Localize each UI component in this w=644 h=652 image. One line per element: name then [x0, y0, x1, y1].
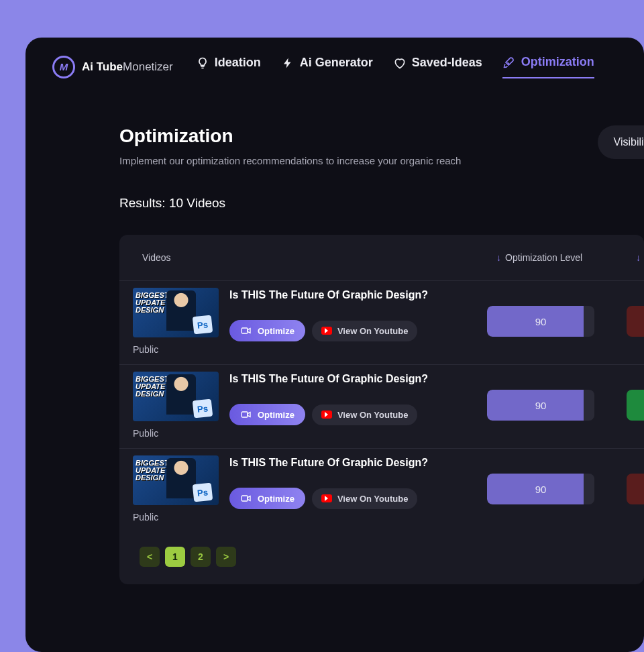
youtube-icon [321, 327, 332, 335]
page-1-button[interactable]: 1 [165, 547, 185, 567]
table-row: BIGGEST AIUPDATE FORDESIGN Ps Public Is … [119, 280, 644, 364]
brand-text: Ai TubeMonetizer [82, 60, 173, 74]
nav-optimization-label: Optimization [521, 55, 594, 69]
nav-saved-ideas-label: Saved-Ideas [412, 56, 482, 70]
thumb-wrap: BIGGEST AIUPDATE FORDESIGN Ps Public [133, 455, 219, 523]
video-actions: Optimize View On Youtube [229, 488, 428, 509]
brand-logo-icon: M [52, 56, 75, 78]
opt-level-cell: 90 [487, 306, 621, 337]
page-title: Optimization [119, 125, 461, 147]
video-actions: Optimize View On Youtube [229, 404, 428, 425]
video-visibility: Public [133, 512, 219, 523]
page-header: Optimization Implement our optimization … [119, 125, 644, 166]
video-body: Is THIS The Future Of Graphic Design? Op… [229, 372, 428, 425]
page-next-button[interactable]: > [216, 547, 236, 567]
results-count: Results: 10 Videos [119, 196, 644, 211]
video-camera-icon [240, 493, 252, 504]
page-header-text: Optimization Implement our optimization … [119, 125, 461, 166]
table-row: BIGGEST AIUPDATE FORDESIGN Ps Public Is … [119, 448, 644, 532]
video-thumbnail[interactable]: BIGGEST AIUPDATE FORDESIGN Ps [133, 455, 219, 505]
video-visibility: Public [133, 428, 219, 439]
svg-rect-1 [241, 412, 248, 417]
youtube-icon [321, 411, 332, 419]
brand: M Ai TubeMonetizer [52, 56, 173, 78]
opt-level-cell: 90 [487, 474, 621, 504]
opt-impact-cell [627, 390, 644, 421]
lightbulb-icon [196, 56, 209, 70]
rocket-icon [502, 56, 516, 69]
col-opt-impact-header[interactable]: ↓ Opt. Imp [636, 247, 644, 268]
video-title[interactable]: Is THIS The Future Of Graphic Design? [229, 457, 428, 469]
opt-impact-badge [627, 474, 644, 504]
opt-impact-badge [627, 306, 644, 337]
thumb-wrap: BIGGEST AIUPDATE FORDESIGN Ps Public [133, 288, 219, 355]
svg-rect-0 [241, 328, 248, 333]
view-youtube-button[interactable]: View On Youtube [312, 404, 417, 425]
page-subtitle: Implement our optimization recommendatio… [119, 155, 461, 166]
youtube-icon [321, 494, 332, 502]
opt-level-cell: 90 [487, 390, 621, 421]
visibility-filter[interactable]: Visibility (Al [598, 125, 645, 159]
video-thumbnail[interactable]: BIGGEST AIUPDATE FORDESIGN Ps [133, 288, 219, 337]
page-prev-button[interactable]: < [140, 547, 160, 567]
videos-table: Videos ↓ Optimization Level ↓ Opt. Imp B… [119, 235, 644, 584]
opt-level-value: 90 [487, 390, 594, 421]
video-thumbnail[interactable]: BIGGEST AIUPDATE FORDESIGN Ps [133, 372, 219, 421]
video-cell: BIGGEST AIUPDATE FORDESIGN Ps Public Is … [133, 288, 482, 355]
page-2-button[interactable]: 2 [191, 547, 211, 567]
content: Optimization Implement our optimization … [52, 78, 644, 584]
opt-level-value: 90 [487, 474, 594, 504]
col-opt-level-header[interactable]: ↓ Optimization Level [496, 252, 631, 263]
table-header: Videos ↓ Optimization Level ↓ Opt. Imp [119, 235, 644, 280]
table-row: BIGGEST AIUPDATE FORDESIGN Ps Public Is … [119, 364, 644, 448]
brand-thin: Monetizer [123, 60, 173, 73]
thumb-wrap: BIGGEST AIUPDATE FORDESIGN Ps Public [133, 372, 219, 439]
nav-ai-generator[interactable]: Ai Generator [281, 56, 373, 78]
sort-arrow-icon: ↓ [496, 252, 501, 263]
nav-ideation[interactable]: Ideation [196, 56, 261, 78]
video-cell: BIGGEST AIUPDATE FORDESIGN Ps Public Is … [133, 455, 482, 523]
brand-bold: Ai Tube [82, 60, 123, 73]
optimize-button[interactable]: Optimize [229, 320, 305, 341]
video-body: Is THIS The Future Of Graphic Design? Op… [229, 455, 428, 509]
opt-level-progress: 90 [487, 390, 594, 421]
nav-ai-generator-label: Ai Generator [300, 56, 373, 70]
optimize-button[interactable]: Optimize [229, 404, 305, 425]
pagination: < 1 2 > [119, 532, 644, 584]
sort-arrow-icon: ↓ [636, 252, 641, 263]
nav-optimization[interactable]: Optimization [502, 55, 594, 78]
opt-impact-cell [627, 306, 644, 337]
video-camera-icon [240, 325, 252, 336]
opt-level-progress: 90 [487, 474, 594, 504]
opt-impact-cell [627, 474, 644, 504]
opt-level-progress: 90 [487, 306, 594, 337]
opt-level-value: 90 [487, 306, 594, 337]
col-opt-level-label: Optimization Level [505, 252, 582, 263]
video-title[interactable]: Is THIS The Future Of Graphic Design? [229, 373, 428, 385]
video-title[interactable]: Is THIS The Future Of Graphic Design? [229, 289, 428, 301]
svg-rect-2 [241, 496, 248, 501]
topbar: M Ai TubeMonetizer Ideation Ai Generator [52, 55, 644, 78]
app-window: M Ai TubeMonetizer Ideation Ai Generator [25, 38, 644, 652]
view-youtube-button[interactable]: View On Youtube [312, 488, 417, 509]
video-body: Is THIS The Future Of Graphic Design? Op… [229, 288, 428, 341]
bolt-icon [281, 56, 294, 70]
video-actions: Optimize View On Youtube [229, 320, 428, 341]
video-visibility: Public [133, 344, 219, 355]
video-camera-icon [240, 409, 252, 420]
main-nav: Ideation Ai Generator Saved-Ideas Optimi… [196, 55, 594, 78]
col-videos-header: Videos [142, 252, 491, 263]
optimize-button[interactable]: Optimize [229, 488, 305, 509]
video-cell: BIGGEST AIUPDATE FORDESIGN Ps Public Is … [133, 372, 482, 439]
view-youtube-button[interactable]: View On Youtube [312, 321, 417, 341]
nav-ideation-label: Ideation [215, 56, 261, 70]
nav-saved-ideas[interactable]: Saved-Ideas [393, 56, 482, 78]
opt-impact-badge [627, 390, 644, 421]
heart-icon [393, 56, 407, 70]
